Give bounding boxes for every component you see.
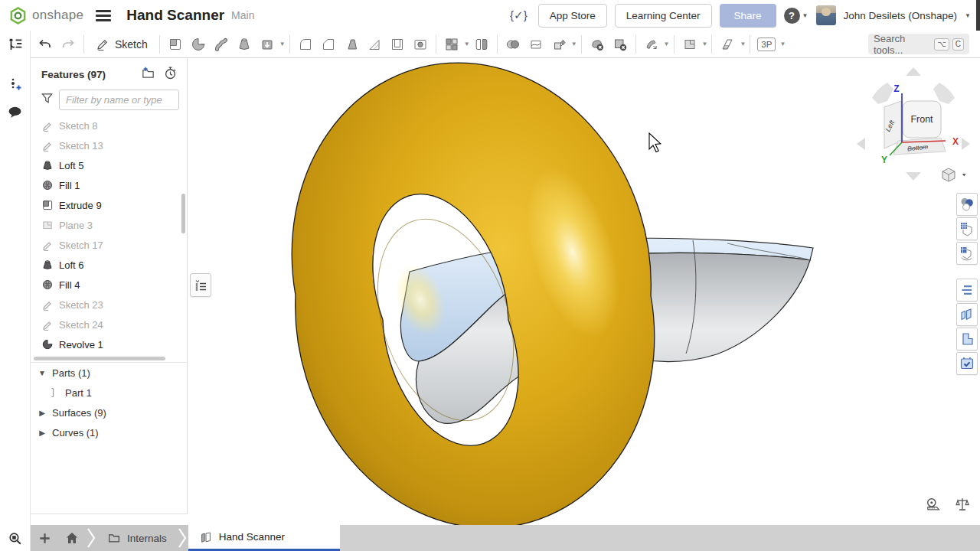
section-view-button[interactable] xyxy=(956,328,978,350)
vertical-scrollbar-thumb[interactable] xyxy=(181,194,185,233)
part-studio-icon xyxy=(199,530,213,544)
avatar[interactable] xyxy=(816,5,836,25)
revolve-tool-button[interactable] xyxy=(187,34,210,55)
offset-surface-dropdown-chevron-icon[interactable]: ▼ xyxy=(740,41,746,47)
shell-tool-button[interactable] xyxy=(386,34,409,55)
feature-list-panel-button[interactable] xyxy=(4,34,27,57)
features-panel: Features (97) Sketch 8Sketch 13Loft 5Fil… xyxy=(31,58,188,514)
feature-item-sketch-23[interactable]: Sketch 23 xyxy=(31,295,187,315)
chevron-down-icon[interactable]: ▼ xyxy=(38,369,47,377)
linear-pattern-dropdown-chevron-icon[interactable]: ▼ xyxy=(464,41,470,47)
extrude-tool-button[interactable] xyxy=(164,34,187,55)
user-name[interactable]: John Desilets (Onshape) xyxy=(844,10,958,21)
sweep-tool-button[interactable] xyxy=(210,34,233,55)
display-states-button[interactable] xyxy=(956,217,978,240)
folder-icon xyxy=(107,531,121,545)
horizontal-scrollbar-thumb[interactable] xyxy=(34,357,165,360)
viewport-search-button[interactable] xyxy=(0,525,31,551)
feature-item-fill-4[interactable]: Fill 4 xyxy=(31,275,187,295)
add-tab-button[interactable] xyxy=(31,525,58,551)
workspace-name[interactable]: Main xyxy=(231,9,254,21)
split-tool-button[interactable] xyxy=(524,34,547,55)
move-face-tool-button[interactable] xyxy=(640,34,663,55)
feature-item-extrude-9[interactable]: Extrude 9 xyxy=(31,195,187,215)
measure-icon[interactable] xyxy=(925,496,942,513)
feature-item-revolve-1[interactable]: Revolve 1 xyxy=(31,334,187,354)
offset-surface-tool-button[interactable] xyxy=(716,34,739,55)
share-button[interactable]: Share xyxy=(720,4,776,28)
thicken-tool-button[interactable] xyxy=(256,34,279,55)
part-list-item[interactable]: Part 1 xyxy=(31,383,187,403)
tab-hand-scanner[interactable]: Hand Scanner xyxy=(188,525,340,551)
create-folder-icon[interactable] xyxy=(141,66,155,83)
plane-tool-dropdown-chevron-icon[interactable]: ▼ xyxy=(702,41,708,47)
feature-item-loft-5[interactable]: Loft 5 xyxy=(31,155,187,175)
versions-schedule-button[interactable] xyxy=(956,352,978,375)
delete-part-tool-button[interactable] xyxy=(586,34,609,55)
key-badge-option: ⌥ xyxy=(934,38,949,51)
chevron-right-icon[interactable]: ▶ xyxy=(38,429,47,437)
sketch-button[interactable]: Sketch xyxy=(88,34,155,55)
chevron-right-icon[interactable]: ▶ xyxy=(38,409,47,417)
boolean-tool-button[interactable] xyxy=(501,34,524,55)
feature-item-label: Plane 3 xyxy=(59,220,93,231)
feature-item-label: Sketch 23 xyxy=(59,299,103,311)
horizontal-scrollbar[interactable] xyxy=(31,356,187,362)
tab-internals[interactable]: Internals xyxy=(96,525,178,551)
surfaces-section-header[interactable]: ▶ Surfaces (9) xyxy=(31,403,187,422)
mirror-tool-button[interactable] xyxy=(470,34,493,55)
feature-item-loft-6[interactable]: Loft 6 xyxy=(31,255,187,275)
feature-statistics-icon[interactable] xyxy=(163,66,178,83)
rib-tool-button[interactable] xyxy=(363,34,386,55)
app-store-button[interactable]: App Store xyxy=(538,4,607,28)
redo-button[interactable] xyxy=(57,34,80,55)
mass-properties-icon[interactable] xyxy=(954,496,971,513)
undo-button[interactable] xyxy=(34,34,57,55)
feature-item-fill-1[interactable]: Fill 1 xyxy=(31,175,187,195)
appearance-button[interactable] xyxy=(956,193,978,216)
insert-item-button[interactable] xyxy=(4,73,27,96)
feature-item-plane-3[interactable]: Plane 3 xyxy=(31,215,187,235)
sketch-feature-icon xyxy=(41,239,54,251)
onshape-logo[interactable]: onshape xyxy=(9,7,83,24)
toolbar-divider xyxy=(83,35,84,54)
plane-tool-tool-button[interactable] xyxy=(678,34,701,55)
feature-item-sketch-24[interactable]: Sketch 24 xyxy=(31,315,187,334)
feature-item-sketch-8[interactable]: Sketch 8 xyxy=(31,116,187,135)
three-point-dropdown[interactable]: 3P ▼ xyxy=(757,37,786,51)
search-tools-field[interactable]: Search tools... ⌥ C xyxy=(868,34,969,54)
draft-tool-button[interactable] xyxy=(340,34,363,55)
hole-tool-button[interactable] xyxy=(409,34,432,55)
view-options-dropdown[interactable] xyxy=(942,168,966,181)
configurations-button[interactable] xyxy=(956,279,978,302)
linear-pattern-tool-button[interactable] xyxy=(440,34,463,55)
transform-tool-button[interactable] xyxy=(547,34,570,55)
filter-icon[interactable] xyxy=(40,91,54,109)
hamburger-menu-icon[interactable] xyxy=(96,8,111,24)
toolbar-divider xyxy=(635,35,636,54)
parts-list-button[interactable] xyxy=(956,303,978,326)
parts-section-header[interactable]: ▼ Parts (1) xyxy=(31,363,187,383)
view-cube[interactable]: Front Left Bottom Z X Y xyxy=(854,64,976,187)
transform-dropdown-chevron-icon[interactable]: ▼ xyxy=(571,41,577,47)
fillet-tool-button[interactable] xyxy=(294,34,317,55)
thicken-dropdown-chevron-icon[interactable]: ▼ xyxy=(279,41,286,47)
filter-input[interactable] xyxy=(59,90,179,110)
learning-center-button[interactable]: Learning Center xyxy=(615,4,712,28)
screen-edge-sliver xyxy=(976,0,980,31)
feature-item-sketch-13[interactable]: Sketch 13 xyxy=(31,135,187,155)
chamfer-tool-button[interactable] xyxy=(317,34,340,55)
feature-list[interactable]: Sketch 8Sketch 13Loft 5Fill 1Extrude 9Pl… xyxy=(31,116,187,356)
curves-section-header[interactable]: ▶ Curves (1) xyxy=(31,422,187,442)
loft-tool-button[interactable] xyxy=(233,34,256,55)
named-views-button[interactable] xyxy=(956,242,978,265)
delete-face-tool-button[interactable] xyxy=(609,34,632,55)
user-chevron-down-icon[interactable]: ▼ xyxy=(965,12,971,19)
feature-item-sketch-17[interactable]: Sketch 17 xyxy=(31,235,187,255)
comments-button[interactable] xyxy=(4,101,27,124)
featurescript-icon[interactable]: {✓} xyxy=(507,8,531,22)
home-button[interactable] xyxy=(58,525,86,551)
help-menu[interactable]: ? ▼ xyxy=(784,8,808,24)
move-face-dropdown-chevron-icon[interactable]: ▼ xyxy=(664,41,670,47)
feature-list-flyout-button[interactable] xyxy=(190,273,211,297)
